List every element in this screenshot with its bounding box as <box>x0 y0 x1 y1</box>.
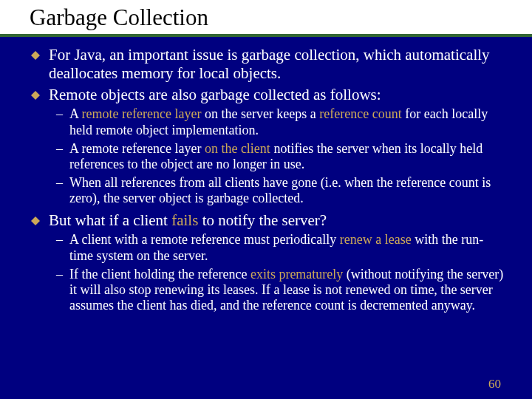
text-run: on the server keeps a <box>201 106 319 121</box>
text-run: If the client holding the reference <box>69 267 250 282</box>
bullet-text: If the client holding the reference exit… <box>69 267 504 314</box>
bullet-level2: – A remote reference layer on the client… <box>56 141 504 172</box>
dash-bullet-icon: – <box>56 232 68 248</box>
bullet-text: When all references from all clients hav… <box>69 175 504 206</box>
bullet-text: But what if a client fails to notify the… <box>49 211 504 230</box>
svg-marker-1 <box>31 91 40 100</box>
dash-bullet-icon: – <box>56 141 68 157</box>
sub-bullet-list: – A client with a remote reference must … <box>31 232 504 313</box>
bullet-level1: For Java, an important issue is garbage … <box>31 46 504 83</box>
diamond-bullet-icon <box>31 91 40 100</box>
svg-marker-0 <box>31 51 40 60</box>
text-run: A <box>69 106 82 121</box>
bullet-text: A remote reference layer on the server k… <box>69 106 504 137</box>
bullet-level2: – When all references from all clients h… <box>56 175 504 206</box>
bullet-text: A client with a remote reference must pe… <box>69 232 504 263</box>
slide: Garbage Collection For Java, an importan… <box>0 0 532 399</box>
text-run: But what if a client <box>49 211 171 229</box>
diamond-bullet-icon <box>31 216 40 225</box>
bullet-text: A remote reference layer on the client n… <box>69 141 504 172</box>
slide-number: 60 <box>488 377 501 392</box>
emphasis: fails <box>171 211 198 229</box>
text-run: A remote reference layer <box>69 141 205 156</box>
bullet-level1: Remote objects are also garbage collecte… <box>31 86 504 104</box>
text-run: to notify the server? <box>198 211 327 229</box>
emphasis: reference count <box>319 106 401 121</box>
dash-bullet-icon: – <box>56 267 68 282</box>
dash-bullet-icon: – <box>56 106 68 122</box>
slide-title: Garbage Collection <box>0 0 532 37</box>
svg-marker-2 <box>31 216 40 225</box>
slide-body: For Java, an important issue is garbage … <box>0 37 532 314</box>
emphasis: remote reference layer <box>82 106 202 121</box>
emphasis: on the client <box>205 141 270 156</box>
bullet-level2: – If the client holding the reference ex… <box>56 267 504 314</box>
emphasis: renew a lease <box>340 232 412 247</box>
bullet-level1: But what if a client fails to notify the… <box>31 211 504 230</box>
emphasis: exits prematurely <box>250 267 343 282</box>
dash-bullet-icon: – <box>56 175 68 191</box>
bullet-text: Remote objects are also garbage collecte… <box>49 86 504 104</box>
bullet-level2: – A remote reference layer on the server… <box>56 106 504 137</box>
bullet-text: For Java, an important issue is garbage … <box>49 46 504 83</box>
bullet-level2: – A client with a remote reference must … <box>56 232 504 263</box>
text-run: A client with a remote reference must pe… <box>69 232 340 247</box>
diamond-bullet-icon <box>31 51 40 60</box>
sub-bullet-list: – A remote reference layer on the server… <box>31 106 504 206</box>
